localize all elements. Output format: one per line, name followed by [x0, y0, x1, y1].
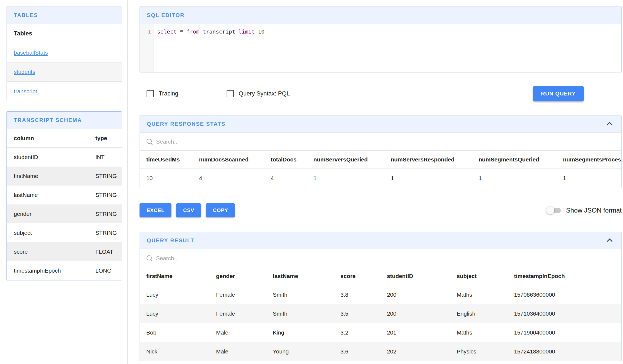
cell: 1570863600000	[508, 285, 621, 305]
schema-header-row: column type	[7, 129, 122, 148]
table-row: baseballStats	[7, 43, 122, 62]
json-format-switch[interactable]	[546, 206, 562, 215]
result-search-input[interactable]	[156, 255, 270, 262]
sql-token	[255, 28, 258, 35]
pql-option: Query Syntax: PQL	[227, 90, 290, 97]
result-header-row: firstName gender lastName score studentI…	[140, 267, 621, 285]
stats-panel-header: QUERY RESPONSE STATS	[140, 115, 621, 133]
cell: studentID	[7, 148, 88, 167]
cell: 1	[556, 169, 621, 188]
cell: Female	[210, 285, 266, 305]
cell: Smith	[266, 285, 334, 305]
cell: 4	[193, 169, 264, 188]
tracing-checkbox[interactable]	[147, 90, 154, 97]
schema-row: lastName STRING	[7, 186, 122, 204]
cell: LONG	[88, 261, 122, 280]
sql-token: select	[157, 28, 177, 35]
cell: gender	[7, 204, 88, 223]
cell: Maths	[450, 323, 508, 342]
cell: timestampInEpoch	[7, 261, 88, 280]
result-row: Nick Male Young 3.6 202 Physics 15724188…	[140, 342, 621, 361]
editor-gutter: 1	[140, 24, 154, 72]
cell: Nick	[140, 342, 210, 361]
result-col-header: timestampInEpoch	[508, 267, 621, 285]
tracing-option: Tracing	[147, 90, 178, 97]
stats-col-header: timeUsedMs	[140, 151, 193, 169]
stats-col-header: numSegmentsQueried	[472, 151, 556, 169]
stats-header-row: timeUsedMs numDocsScanned totalDocs numS…	[140, 151, 621, 169]
cell: Maths	[450, 285, 508, 305]
tables-list-header: Tables	[7, 24, 122, 43]
line-number: 1	[148, 28, 151, 35]
cell: 3.8	[334, 285, 380, 305]
search-icon	[146, 255, 153, 262]
stats-search-input[interactable]	[156, 138, 270, 145]
run-query-button[interactable]: RUN QUERY	[533, 86, 584, 101]
json-format-label: Show JSON format	[566, 207, 622, 214]
result-col-header: studentID	[380, 267, 450, 285]
sql-token: 10	[258, 28, 264, 35]
chevron-up-icon	[607, 122, 612, 128]
cell: subject	[7, 223, 88, 242]
cell: STRING	[88, 223, 122, 242]
stats-col-header: numServersResponded	[384, 151, 472, 169]
transcript-schema-panel: TRANSCRIPT SCHEMA column type studentID …	[6, 111, 122, 280]
schema-row: firstName STRING	[7, 167, 122, 186]
tables-panel: TABLES Tables baseballStats students tra…	[6, 6, 122, 101]
schema-row: timestampInEpoch LONG	[7, 261, 122, 280]
stats-panel-title: QUERY RESPONSE STATS	[147, 121, 226, 127]
cell: Bob	[140, 323, 210, 342]
cell: 1	[307, 169, 384, 188]
sql-editor-header: SQL EDITOR	[140, 7, 621, 24]
stats-col-header: numSegmentsProcessed	[556, 151, 621, 169]
query-result-panel: QUERY RESULT firstName	[140, 232, 622, 361]
cell: STRING	[88, 204, 122, 223]
cell: 201	[380, 323, 450, 342]
stats-collapse-button[interactable]	[605, 119, 614, 129]
schema-col-header: column	[7, 129, 88, 148]
stats-col-header: totalDocs	[264, 151, 307, 169]
cell: 1	[384, 169, 472, 188]
excel-button[interactable]: EXCEL	[140, 203, 171, 217]
cell: Young	[266, 342, 334, 361]
table-link-baseballStats[interactable]: baseballStats	[14, 49, 48, 56]
cell: 3.6	[334, 342, 380, 361]
sql-code-editor[interactable]: 1 select * from transcript limit 10	[140, 24, 621, 72]
result-panel-header: QUERY RESULT	[140, 232, 621, 249]
cell: 1	[472, 169, 556, 188]
cell: STRING	[88, 167, 122, 186]
copy-button[interactable]: COPY	[206, 203, 235, 217]
table-link-students[interactable]: students	[14, 69, 35, 75]
tables-list: Tables baseballStats students transcript	[7, 24, 122, 101]
stats-table: timeUsedMs numDocsScanned totalDocs numS…	[140, 151, 621, 188]
result-col-header: gender	[210, 267, 266, 285]
cell: 1572418800000	[508, 342, 621, 361]
cell: 10	[140, 169, 193, 188]
query-response-stats-panel: QUERY RESPONSE STATS timeUsedM	[140, 115, 622, 188]
cell: 1571900400000	[508, 323, 621, 342]
tables-panel-title: TABLES	[14, 12, 38, 18]
schema-col-header: type	[88, 129, 122, 148]
sql-editor-title: SQL EDITOR	[147, 12, 185, 18]
cell: Female	[210, 304, 266, 323]
result-col-header: score	[334, 267, 380, 285]
query-controls: Tracing Query Syntax: PQL RUN QUERY	[140, 85, 622, 102]
cell: King	[266, 323, 334, 342]
schema-panel-header: TRANSCRIPT SCHEMA	[7, 112, 122, 129]
sql-editor-panel: SQL EDITOR 1 select * from transcript li…	[140, 6, 622, 72]
csv-button[interactable]: CSV	[176, 203, 201, 217]
pinot-query-console: TABLES Tables baseballStats students tra…	[0, 0, 623, 364]
cell: 3.5	[334, 304, 380, 323]
pql-label: Query Syntax: PQL	[239, 90, 290, 97]
cell: lastName	[7, 186, 88, 204]
cell: Male	[210, 342, 266, 361]
sql-token: limit	[238, 28, 255, 35]
sql-token: transcript	[200, 28, 239, 35]
table-row: students	[7, 62, 122, 82]
result-collapse-button[interactable]	[605, 236, 614, 246]
table-link-transcript[interactable]: transcript	[14, 88, 37, 95]
result-col-header: lastName	[266, 267, 334, 285]
pql-checkbox[interactable]	[227, 90, 234, 97]
table-row: transcript	[7, 82, 122, 101]
tracing-label: Tracing	[159, 90, 178, 97]
